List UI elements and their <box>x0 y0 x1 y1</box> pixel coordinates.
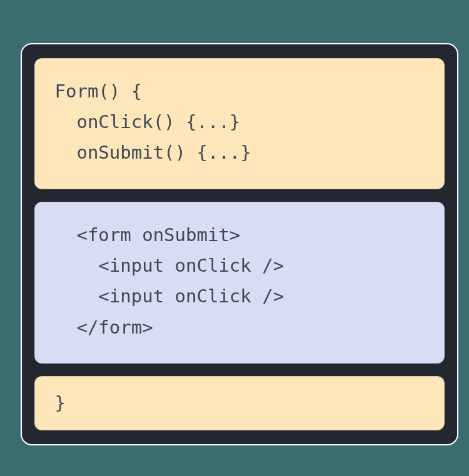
js-block-bottom: } <box>34 376 445 430</box>
code-diagram-frame: Form() { onClick() {...} onSubmit() {...… <box>21 43 458 445</box>
jsx-block: <form onSubmit> <input onClick /> <input… <box>34 202 445 364</box>
js-block-top: Form() { onClick() {...} onSubmit() {...… <box>34 58 445 189</box>
